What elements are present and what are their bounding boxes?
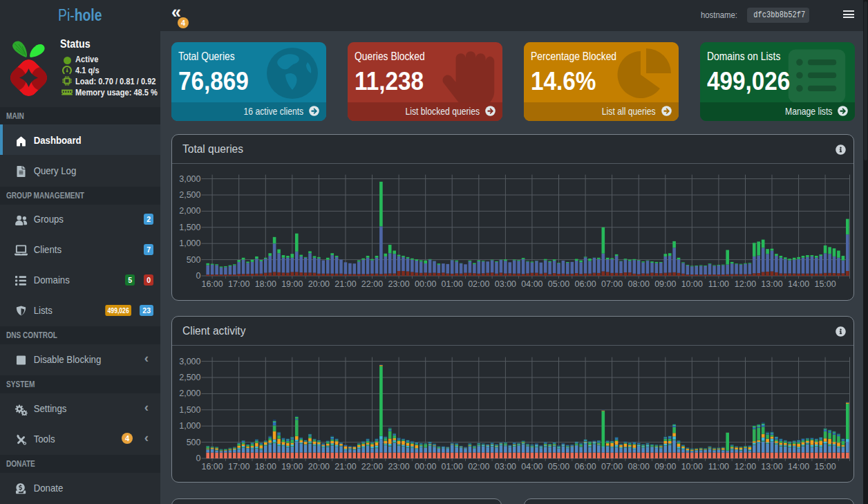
svg-text:09:00: 09:00: [654, 279, 676, 289]
svg-text:00:00: 00:00: [415, 279, 436, 289]
svg-text:12:00: 12:00: [735, 279, 756, 289]
svg-text:0: 0: [196, 454, 201, 463]
svg-text:1,500: 1,500: [179, 405, 200, 415]
svg-text:00:00: 00:00: [415, 462, 436, 472]
svg-text:08:00: 08:00: [628, 279, 650, 289]
svg-text:14:00: 14:00: [788, 279, 809, 289]
svg-text:2,500: 2,500: [179, 373, 200, 382]
svg-text:04:00: 04:00: [521, 462, 542, 472]
svg-text:500: 500: [187, 438, 201, 447]
svg-text:18:00: 18:00: [255, 462, 276, 472]
svg-text:21:00: 21:00: [334, 279, 356, 289]
svg-text:09:00: 09:00: [654, 462, 676, 472]
svg-text:02:00: 02:00: [468, 462, 489, 472]
svg-text:20:00: 20:00: [308, 462, 330, 472]
svg-text:2,000: 2,000: [179, 389, 200, 398]
svg-text:19:00: 19:00: [281, 462, 303, 472]
svg-text:10:00: 10:00: [681, 462, 703, 472]
svg-text:05:00: 05:00: [548, 462, 569, 472]
svg-text:17:00: 17:00: [228, 279, 249, 289]
svg-text:06:00: 06:00: [574, 279, 596, 289]
svg-text:02:00: 02:00: [468, 279, 489, 289]
svg-text:12:00: 12:00: [735, 462, 756, 472]
svg-text:1,500: 1,500: [179, 223, 200, 232]
svg-text:07:00: 07:00: [601, 279, 623, 289]
svg-text:08:00: 08:00: [628, 462, 650, 472]
svg-text:1,000: 1,000: [179, 421, 200, 431]
svg-text:3,000: 3,000: [179, 357, 200, 366]
svg-text:23:00: 23:00: [388, 462, 409, 472]
svg-text:07:00: 07:00: [601, 462, 623, 472]
svg-text:13:00: 13:00: [761, 462, 782, 472]
svg-text:14:00: 14:00: [788, 462, 809, 472]
svg-text:01:00: 01:00: [442, 279, 463, 289]
svg-text:06:00: 06:00: [574, 462, 596, 472]
svg-text:3,000: 3,000: [179, 174, 200, 184]
svg-text:2,000: 2,000: [179, 206, 200, 216]
svg-text:22:00: 22:00: [361, 279, 383, 289]
svg-text:22:00: 22:00: [361, 462, 383, 472]
svg-text:15:00: 15:00: [814, 462, 836, 472]
svg-text:04:00: 04:00: [521, 279, 542, 289]
svg-text:18:00: 18:00: [255, 279, 276, 289]
svg-text:01:00: 01:00: [442, 462, 463, 472]
svg-text:05:00: 05:00: [548, 279, 569, 289]
svg-text:19:00: 19:00: [281, 279, 303, 289]
svg-text:1,000: 1,000: [179, 239, 200, 248]
svg-text:16:00: 16:00: [201, 462, 223, 472]
svg-text:16:00: 16:00: [201, 279, 223, 289]
svg-text:2,500: 2,500: [179, 190, 200, 200]
svg-text:23:00: 23:00: [388, 279, 409, 289]
svg-text:11:00: 11:00: [708, 462, 729, 472]
svg-text:17:00: 17:00: [228, 462, 249, 472]
svg-text:500: 500: [187, 255, 201, 265]
svg-text:15:00: 15:00: [814, 279, 836, 289]
svg-text:11:00: 11:00: [708, 279, 729, 289]
svg-text:13:00: 13:00: [761, 279, 782, 289]
svg-text:03:00: 03:00: [495, 279, 516, 289]
svg-text:20:00: 20:00: [308, 279, 330, 289]
svg-text:21:00: 21:00: [334, 462, 356, 472]
svg-text:0: 0: [196, 271, 201, 281]
svg-text:03:00: 03:00: [495, 462, 516, 472]
svg-text:10:00: 10:00: [681, 279, 703, 289]
